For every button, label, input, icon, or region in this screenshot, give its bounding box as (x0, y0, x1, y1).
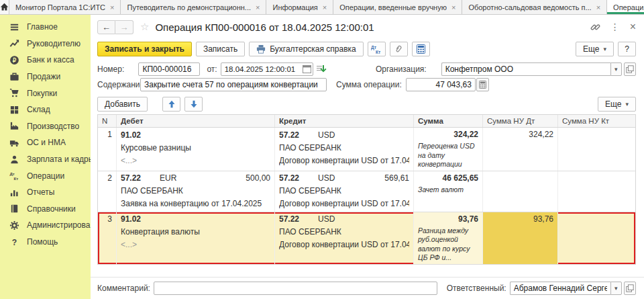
sidebar-item-os-i-nma[interactable]: ОС и НМА (0, 134, 91, 151)
sidebar-item-administrirovanie[interactable]: Администрирование (0, 217, 91, 234)
kebab-icon: ⋮ (610, 22, 620, 32)
move-row-down-button[interactable] (184, 97, 203, 112)
form-fields: Номер: от: Организация: ▾ (91, 59, 644, 93)
link-icon (590, 22, 600, 32)
home-button[interactable] (0, 0, 9, 14)
calculator-button[interactable] (412, 42, 430, 56)
number-field[interactable] (138, 62, 200, 76)
accounting-note-button[interactable]: Бухгалтерская справка (249, 42, 364, 56)
column-header-credit[interactable]: Кредит (275, 115, 414, 127)
sidebar-item-spravochniki[interactable]: Справочники (0, 201, 91, 218)
sidebar-item-bank-i-kassa[interactable]: ₽ Банк и касса (0, 52, 91, 69)
organization-select[interactable] (441, 62, 610, 76)
forward-button[interactable]: → (115, 20, 133, 34)
close-form-button[interactable]: × (630, 22, 636, 32)
help-button[interactable]: ? (618, 42, 636, 56)
back-button[interactable]: ← (97, 20, 115, 34)
favorites-star-icon[interactable]: ☆ (140, 21, 149, 33)
cell-row-number[interactable]: 1 (98, 128, 117, 171)
cell-debit[interactable]: 91.02 Курсовые разницы <...> (117, 128, 275, 171)
tab-label: Монитор Портала 1С:ИТС (15, 3, 105, 11)
postings-table: N Дебет Кредит Сумма Сумма НУ Дт Сумма Н… (97, 114, 636, 265)
column-header-n[interactable]: N (98, 115, 117, 127)
more-actions-button[interactable]: Еще ▾ (576, 42, 614, 56)
tab-putevoditel[interactable]: Путеводитель по демонстрационн... × (121, 0, 266, 14)
organization-dropdown-button[interactable]: ▾ (610, 62, 622, 76)
table-row-1[interactable]: 1 91.02 Курсовые разницы <...> 57.22USD … (98, 128, 635, 171)
column-header-sum-nu-kt[interactable]: Сумма НУ Кт (558, 115, 635, 127)
cell-sum-nu-kt[interactable] (558, 128, 635, 171)
date-field[interactable] (221, 62, 313, 76)
cell-sum[interactable]: 93,76 Разница между руб.оценкой валют по… (414, 212, 483, 264)
grid-more-button[interactable]: Еще ▾ (598, 97, 636, 112)
form-header: ← → ☆ Операция КП00-000016 от 18.04.2025… (91, 15, 644, 39)
paperclip-icon (394, 44, 403, 54)
cell-sum-nu-dt[interactable] (483, 171, 558, 212)
responsible-open-button[interactable] (624, 282, 636, 295)
cell-debit[interactable]: 57.22EUR500,00 ПАО СБЕРБАНК Заявка на ко… (117, 171, 275, 212)
sidebar-item-otchety[interactable]: Отчеты (0, 184, 91, 201)
tab-informaciya[interactable]: Информация × (266, 0, 333, 14)
column-header-debit[interactable]: Дебет (117, 115, 275, 127)
tab-osv[interactable]: Оборотно-сальдовая ведомость п... × (462, 0, 607, 14)
sidebar-item-operacii[interactable]: ДтКт Операции (0, 167, 91, 184)
cell-credit[interactable]: 57.22USD ПАО СБЕРБАНК Договор конвертаци… (275, 212, 414, 264)
sidebar-item-prodazhi[interactable]: Продажи (0, 69, 91, 85)
svg-text:Дт: Дт (9, 171, 14, 176)
table-row-2[interactable]: 2 57.22EUR500,00 ПАО СБЕРБАНК Заявка на … (98, 171, 635, 212)
sidebar-item-pomosch[interactable]: ? Помощь (0, 234, 91, 251)
cell-sum[interactable]: 46 625,65 Зачет валют (414, 171, 483, 212)
total-calculator-button[interactable] (476, 78, 489, 91)
kebab-menu-button[interactable]: ⋮ (610, 22, 620, 32)
tab-label: Путеводитель по демонстрационн... (127, 3, 251, 11)
cell-debit[interactable]: 91.02 Конвертация валюты <...> (117, 212, 275, 264)
attachments-button[interactable] (390, 42, 408, 56)
cell-row-number[interactable]: 3 (98, 212, 117, 264)
cell-sum-nu-dt[interactable]: 324,22 (483, 128, 558, 171)
table-row-3-selected[interactable]: 3 91.02 Конвертация валюты <...> 57.22US… (98, 212, 635, 265)
get-link-button[interactable] (590, 22, 600, 32)
tab-operaciya-kp00-000016[interactable]: Операция КП00-000016 от 18.04.2... × (607, 0, 644, 14)
tab-label: Информация (272, 3, 317, 11)
svg-text:₽: ₽ (13, 56, 17, 63)
sidebar-item-proizvodstvo[interactable]: Производство (0, 118, 91, 135)
move-row-up-button[interactable] (162, 97, 180, 112)
add-row-button[interactable]: Добавить (97, 97, 148, 112)
tab-close-icon[interactable]: × (110, 3, 114, 11)
tab-monitor-portala[interactable]: Монитор Портала 1С:ИТС × (9, 0, 121, 14)
page-title: Операция КП00-000016 от 18.04.2025 12:00… (155, 22, 374, 33)
tab-operacii-vruchnuyu[interactable]: Операции, введенные вручную × (333, 0, 462, 14)
cell-sum-nu-dt-selected[interactable]: 93,76 (483, 212, 558, 264)
calendar-icon[interactable] (303, 65, 311, 73)
calculator-icon (479, 81, 486, 89)
cell-sum-nu-kt[interactable] (558, 212, 635, 264)
comment-field[interactable] (154, 282, 437, 295)
cell-row-number[interactable]: 2 (98, 171, 117, 212)
operation-total-field[interactable] (406, 78, 476, 91)
sidebar-item-zarplata-i-kadry[interactable]: Зарплата и кадры (0, 151, 91, 168)
tab-close-icon[interactable]: × (596, 3, 600, 11)
column-header-sum-nu-dt[interactable]: Сумма НУ Дт (483, 115, 558, 127)
content-field[interactable] (140, 78, 327, 91)
cell-sum[interactable]: 324,22 Переоценка USD на дату конвертаци… (414, 128, 483, 171)
sidebar-item-glavnoe[interactable]: Главное (0, 19, 91, 36)
responsible-dropdown-button[interactable]: ▾ (610, 282, 622, 295)
save-button[interactable]: Записать (196, 42, 245, 56)
home-icon (0, 3, 9, 11)
sidebar-item-pokupki[interactable]: Покупки (0, 85, 91, 101)
pick-from-list-button[interactable] (315, 62, 327, 76)
save-and-close-button[interactable]: Записать и закрыть (97, 42, 192, 56)
cell-credit[interactable]: 57.22USD ПАО СБЕРБАНК Договор конвертаци… (275, 128, 414, 171)
pick-list-green-arrow-icon (316, 65, 327, 74)
sidebar-item-rukovoditelyu[interactable]: Руководителю (0, 36, 91, 52)
tab-close-icon[interactable]: × (256, 3, 260, 11)
column-header-sum[interactable]: Сумма (414, 115, 483, 127)
sidebar-item-sklad[interactable]: Склад (0, 101, 91, 118)
cell-sum-nu-kt[interactable] (558, 171, 635, 212)
tab-close-icon[interactable]: × (323, 3, 327, 11)
show-postings-button[interactable]: ДтКт (368, 42, 386, 56)
tab-close-icon[interactable]: × (451, 3, 455, 11)
organization-open-button[interactable] (624, 62, 636, 76)
responsible-select[interactable] (510, 282, 610, 295)
cell-credit[interactable]: 57.22USD569,61 ПАО СБЕРБАНК Договор конв… (275, 171, 414, 212)
